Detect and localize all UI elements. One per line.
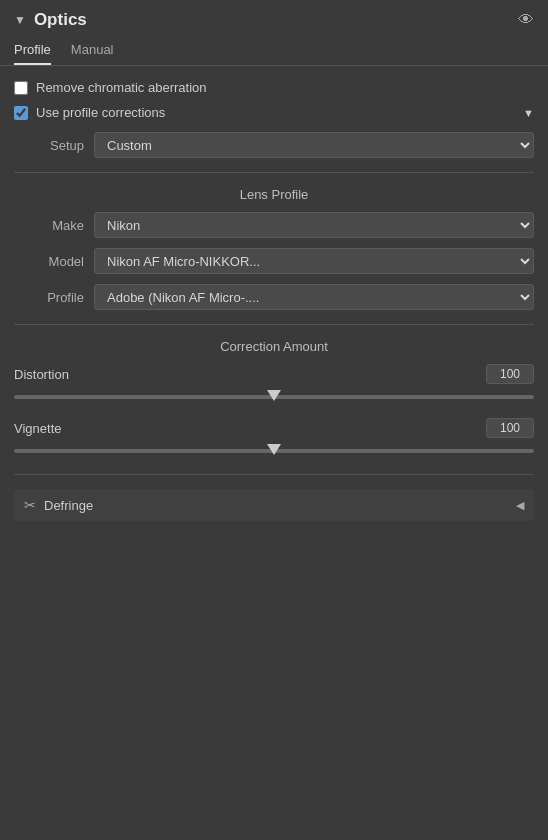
- profile-row: Profile Adobe (Nikon AF Micro-....: [14, 284, 534, 310]
- distortion-slider-container: [14, 388, 534, 406]
- lens-profile-title: Lens Profile: [14, 187, 534, 202]
- distortion-label: Distortion: [14, 367, 69, 382]
- vignette-value-input[interactable]: [486, 418, 534, 438]
- divider-3: [14, 474, 534, 475]
- profile-corrections-checkbox[interactable]: [14, 106, 28, 120]
- chromatic-aberration-label[interactable]: Remove chromatic aberration: [36, 80, 207, 95]
- profile-corrections-chevron-icon[interactable]: ▼: [523, 107, 534, 119]
- chromatic-aberration-checkbox[interactable]: [14, 81, 28, 95]
- profile-select[interactable]: Adobe (Nikon AF Micro-....: [94, 284, 534, 310]
- make-select[interactable]: Nikon Canon Sony Fujifilm: [94, 212, 534, 238]
- header-left: ▼ Optics: [14, 10, 87, 30]
- divider-1: [14, 172, 534, 173]
- distortion-value-input[interactable]: [486, 364, 534, 384]
- vignette-slider[interactable]: [14, 449, 534, 453]
- tab-bar: Profile Manual: [0, 38, 548, 66]
- collapse-chevron-icon[interactable]: ▼: [14, 13, 26, 27]
- panel-content: Remove chromatic aberration Use profile …: [0, 80, 548, 521]
- defringe-left: ✂ Defringe: [24, 497, 93, 513]
- vignette-label: Vignette: [14, 421, 61, 436]
- section-header: ▼ Optics 👁: [0, 0, 548, 38]
- defringe-collapse-arrow-icon[interactable]: ◀: [516, 499, 524, 512]
- visibility-eye-icon[interactable]: 👁: [518, 11, 534, 29]
- correction-amount-section: Correction Amount Distortion Vignette: [14, 339, 534, 460]
- profile-corrections-left: Use profile corrections: [14, 105, 165, 120]
- model-select[interactable]: Nikon AF Micro-NIKKOR...: [94, 248, 534, 274]
- model-label: Model: [14, 254, 84, 269]
- vignette-row: Vignette: [14, 418, 534, 460]
- defringe-label: Defringe: [44, 498, 93, 513]
- setup-label: Setup: [14, 138, 84, 153]
- make-row: Make Nikon Canon Sony Fujifilm: [14, 212, 534, 238]
- section-title: Optics: [34, 10, 87, 30]
- profile-label: Profile: [14, 290, 84, 305]
- profile-corrections-row: Use profile corrections ▼: [14, 105, 534, 120]
- tab-profile[interactable]: Profile: [14, 38, 51, 65]
- tab-manual[interactable]: Manual: [71, 38, 114, 65]
- make-label: Make: [14, 218, 84, 233]
- optics-panel: ▼ Optics 👁 Profile Manual Remove chromat…: [0, 0, 548, 521]
- vignette-slider-container: [14, 442, 534, 460]
- defringe-row[interactable]: ✂ Defringe ◀: [14, 489, 534, 521]
- defringe-scissors-icon: ✂: [24, 497, 36, 513]
- profile-corrections-label[interactable]: Use profile corrections: [36, 105, 165, 120]
- chromatic-aberration-row: Remove chromatic aberration: [14, 80, 534, 95]
- setup-row: Setup Custom Default Auto: [14, 132, 534, 158]
- distortion-row: Distortion: [14, 364, 534, 406]
- model-row: Model Nikon AF Micro-NIKKOR...: [14, 248, 534, 274]
- setup-select[interactable]: Custom Default Auto: [94, 132, 534, 158]
- divider-2: [14, 324, 534, 325]
- correction-amount-title: Correction Amount: [14, 339, 534, 354]
- vignette-header: Vignette: [14, 418, 534, 438]
- distortion-header: Distortion: [14, 364, 534, 384]
- distortion-slider[interactable]: [14, 395, 534, 399]
